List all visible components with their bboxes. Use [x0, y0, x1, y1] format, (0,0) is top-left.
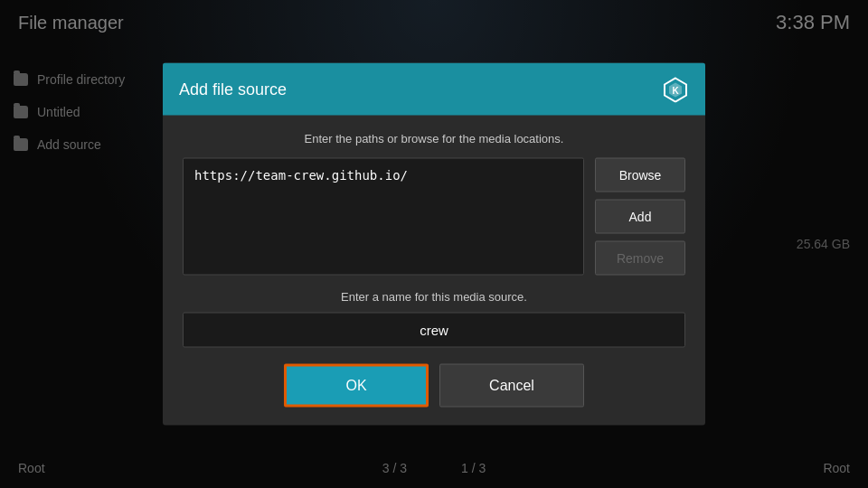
cancel-button[interactable]: Cancel — [439, 364, 584, 408]
kodi-logo-icon: K — [662, 76, 689, 103]
dialog-header: Add file source K — [163, 63, 705, 116]
remove-button[interactable]: Remove — [595, 241, 685, 276]
ok-button[interactable]: OK — [284, 364, 429, 408]
svg-text:K: K — [672, 86, 679, 96]
dialog-title: Add file source — [179, 80, 287, 99]
dialog-body: Enter the paths or browse for the media … — [163, 116, 705, 426]
dialog-subtitle: Enter the paths or browse for the media … — [183, 132, 685, 145]
source-action-buttons: Browse Add Remove — [595, 158, 685, 276]
source-url-input[interactable] — [183, 158, 584, 276]
browse-button[interactable]: Browse — [595, 158, 685, 192]
media-source-name-input[interactable] — [183, 313, 685, 348]
dialog-footer: OK Cancel — [183, 364, 685, 408]
name-label: Enter a name for this media source. — [183, 290, 685, 304]
add-button[interactable]: Add — [595, 200, 685, 234]
add-file-source-dialog: Add file source K Enter the paths or bro… — [163, 63, 705, 426]
source-row: Browse Add Remove — [183, 158, 685, 276]
